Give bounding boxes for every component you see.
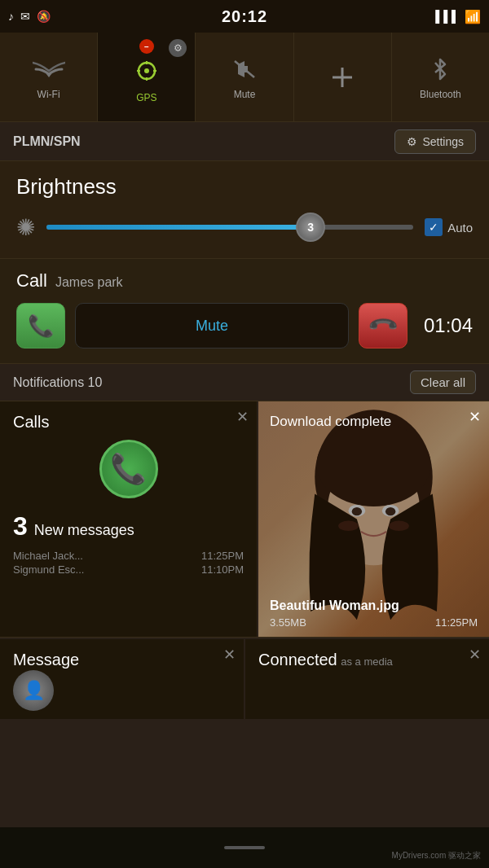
msg-time-1: 11:25PM (201, 550, 244, 562)
auto-checkbox[interactable]: ✓ Auto (425, 218, 473, 236)
checkbox-checked-icon: ✓ (425, 218, 443, 236)
call-panel: Call James park 📞 Mute 📞 01:04 (0, 259, 489, 364)
mute-toggle[interactable]: Mute (196, 33, 293, 121)
calls-card-title: Calls (13, 413, 49, 431)
mute-icon (228, 55, 261, 84)
wifi-icon (33, 55, 65, 84)
status-icons-left: ♪ ✉ 🔕 (8, 10, 51, 23)
bottom-navigation (0, 827, 489, 868)
connected-notification-card: ✕ Connected as a media (245, 638, 489, 719)
download-filename: Beautiful Woman.jpg (270, 598, 478, 613)
nav-home-icon[interactable] (224, 846, 265, 849)
settings-button[interactable]: ⚙ Settings (394, 129, 476, 154)
gps-icon (130, 58, 163, 87)
download-meta: 3.55MB 11:25PM (270, 616, 478, 629)
brightness-row: ✺ 3 ✓ Auto (16, 213, 473, 242)
sun-icon: ✺ (16, 214, 35, 241)
svg-point-1 (144, 68, 149, 73)
download-size: 3.55MB (270, 616, 306, 629)
gps-gear-badge: ⚙ (169, 39, 187, 57)
wifi-toggle[interactable]: Wi-Fi (0, 33, 98, 121)
notification-cards-row1: ✕ Calls 📞 3 New messages Michael Jack...… (0, 401, 489, 638)
add-toggle[interactable] (294, 33, 392, 121)
messages-label: New messages (34, 522, 134, 539)
status-bar: ♪ ✉ 🔕 20:12 ▌▌▌ 📶 (0, 0, 489, 33)
gps-label: GPS (136, 92, 156, 103)
quick-toggle-bar: Wi-Fi − ⚙ GPS Mute (0, 33, 489, 122)
slider-track (46, 225, 413, 230)
download-card-close[interactable]: ✕ (469, 408, 481, 426)
status-icons-right: ▌▌▌ 📶 (435, 9, 481, 24)
auto-label: Auto (447, 221, 473, 235)
wifi-status-icon: 📶 (465, 9, 481, 24)
notifications-title: Notifications 10 (13, 375, 102, 390)
mute-label: Mute (234, 89, 256, 100)
gps-minus-badge: − (139, 39, 154, 54)
end-call-button[interactable]: 📞 (359, 303, 408, 349)
mute-status-icon: 🔕 (37, 10, 51, 23)
call-controls: 📞 Mute 📞 01:04 (16, 303, 473, 349)
msg-name-1: Michael Jack... (13, 550, 83, 562)
plmn-bar: PLMN/SPN ⚙ Settings (0, 122, 489, 161)
slider-fill (46, 225, 311, 230)
connected-card-title: Connected (258, 651, 337, 669)
bluetooth-toggle[interactable]: Bluetooth (392, 33, 489, 121)
download-title: Download complete (270, 413, 478, 431)
signal-bars-icon: ▌▌▌ (435, 10, 460, 23)
status-time: 20:12 (222, 7, 267, 26)
add-icon (326, 63, 359, 92)
settings-label: Settings (422, 135, 464, 148)
message-notification-card: ✕ Message 👤 (0, 638, 245, 719)
msg-time-2: 11:10PM (201, 563, 244, 576)
phone-answer-icon: 📞 (28, 313, 54, 339)
bluetooth-label: Bluetooth (420, 89, 461, 100)
caller-name: James park (55, 275, 123, 290)
call-header: Call James park (16, 270, 473, 292)
brightness-slider[interactable]: 3 (46, 213, 413, 242)
bluetooth-icon (424, 55, 456, 84)
end-call-icon: 📞 (366, 309, 399, 342)
watermark: MyDrivers.com 驱动之家 (392, 850, 481, 861)
message-item-2: Sigmund Esc... 11:10PM (13, 563, 244, 576)
brightness-panel: Brightness ✺ 3 ✓ Auto (0, 161, 489, 259)
call-timer: 01:04 (424, 314, 473, 337)
call-label: Call (16, 270, 47, 292)
message-item-1: Michael Jack... 11:25PM (13, 550, 244, 562)
message-card-close[interactable]: ✕ (223, 646, 236, 664)
wifi-label: Wi-Fi (37, 89, 60, 100)
brightness-title: Brightness (16, 174, 473, 199)
mute-call-label: Mute (196, 318, 228, 335)
notifications-bar: Notifications 10 Clear all (0, 364, 489, 401)
slider-thumb[interactable]: 3 (296, 213, 325, 242)
gps-toggle[interactable]: − ⚙ GPS (98, 33, 196, 121)
messages-count: 3 (13, 511, 28, 541)
plmn-text: PLMN/SPN (13, 134, 81, 149)
notification-cards-row2: ✕ Message 👤 ✕ Connected as a media (0, 638, 489, 719)
new-messages-row: 3 New messages (13, 511, 244, 541)
download-notification-card: ✕ Download complete Beautiful Woman.jpg … (258, 401, 489, 637)
message-card-title: Message (13, 651, 79, 669)
download-bottom: Beautiful Woman.jpg 3.55MB 11:25PM (258, 590, 489, 637)
clear-all-button[interactable]: Clear all (410, 370, 476, 394)
calls-card-close[interactable]: ✕ (236, 408, 249, 426)
message-avatar-icon: 👤 (23, 680, 45, 701)
msg-name-2: Sigmund Esc... (13, 563, 84, 576)
answer-button[interactable]: 📞 (16, 303, 65, 349)
download-time: 11:25PM (435, 616, 478, 629)
connected-card-close[interactable]: ✕ (469, 646, 481, 664)
connected-card-subtitle: as a media (341, 655, 393, 668)
settings-gear-icon: ⚙ (407, 135, 417, 148)
download-content: Download complete (258, 401, 489, 447)
music-icon: ♪ (8, 10, 14, 23)
calls-notification-card: ✕ Calls 📞 3 New messages Michael Jack...… (0, 401, 258, 637)
mute-button[interactable]: Mute (75, 303, 349, 349)
phone-circle-icon: 📞 (99, 440, 158, 498)
message-avatar: 👤 (13, 670, 54, 711)
message-icon: ✉ (20, 10, 30, 23)
